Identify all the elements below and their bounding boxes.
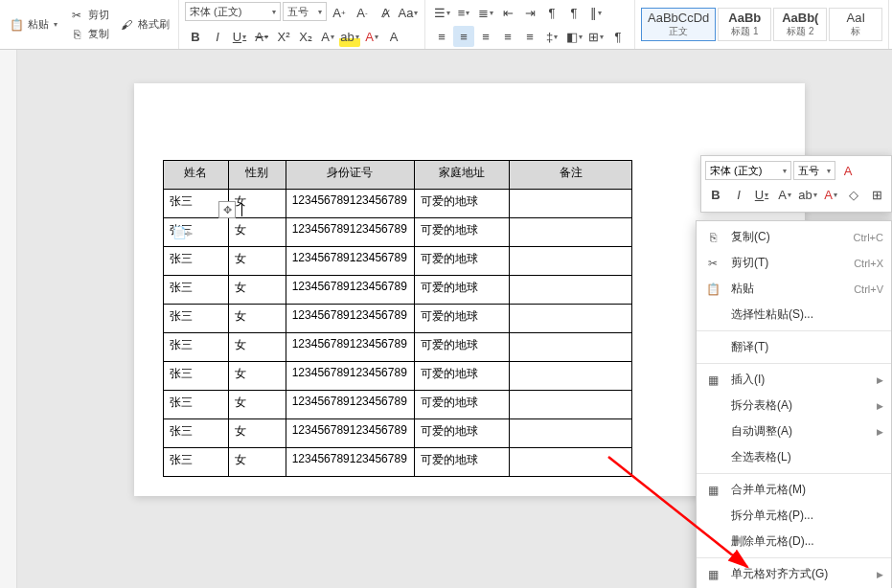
align-justify-button[interactable]: ≡ bbox=[497, 26, 518, 47]
align-center-button[interactable]: ≡ bbox=[453, 26, 474, 47]
table-cell[interactable]: 女 bbox=[228, 276, 286, 305]
table-cell[interactable] bbox=[510, 391, 632, 419]
style-item-2[interactable]: AaBb(标题 2 bbox=[773, 8, 827, 41]
table-cell[interactable]: 张三 bbox=[164, 247, 229, 276]
style-item-1[interactable]: AaBb标题 1 bbox=[718, 8, 771, 41]
shading-button[interactable]: ◧▾ bbox=[563, 26, 584, 47]
table-cell[interactable]: 女 bbox=[228, 362, 286, 391]
table-cell[interactable]: 123456789123456789 bbox=[286, 419, 414, 448]
multilevel-button[interactable]: ≣▾ bbox=[475, 2, 496, 23]
table-cell[interactable]: 女 bbox=[228, 448, 286, 477]
table-cell[interactable]: 女 bbox=[228, 247, 286, 276]
table-cell[interactable]: 可爱的地球 bbox=[414, 419, 510, 448]
table-row[interactable]: 张三女123456789123456789可爱的地球 bbox=[164, 276, 632, 305]
line-spacing-button[interactable]: ‡▾ bbox=[541, 26, 562, 47]
table-cell[interactable]: 张三 bbox=[164, 333, 229, 362]
table-cell[interactable]: 张三 bbox=[164, 276, 229, 305]
table-cell[interactable]: 123456789123456789 bbox=[286, 333, 414, 362]
menu-item[interactable]: ▦单元格对齐方式(G)▶ bbox=[697, 561, 891, 587]
show-marks-button[interactable]: ¶ bbox=[607, 26, 629, 47]
menu-item[interactable]: 📋粘贴Ctrl+V bbox=[697, 276, 891, 302]
mini-italic[interactable]: I bbox=[728, 184, 749, 205]
table-cell[interactable]: 可爱的地球 bbox=[414, 218, 510, 247]
table-cell[interactable]: 可爱的地球 bbox=[414, 391, 510, 419]
table-header[interactable]: 备注 bbox=[510, 161, 632, 190]
clear-format-button[interactable]: A̷ bbox=[375, 2, 396, 23]
table-cell[interactable]: 123456789123456789 bbox=[286, 448, 414, 477]
table-cell[interactable] bbox=[510, 333, 632, 362]
cut-button[interactable]: ✂剪切 bbox=[66, 7, 112, 24]
bold-button[interactable]: B bbox=[185, 26, 206, 47]
mini-color2[interactable]: A▾ bbox=[820, 184, 841, 205]
underline-button[interactable]: U▾ bbox=[229, 26, 250, 47]
subscript-button[interactable]: X₂ bbox=[295, 26, 316, 47]
table-cell[interactable] bbox=[510, 218, 632, 247]
table-cell[interactable]: 张三 bbox=[164, 305, 229, 333]
table-move-handle[interactable]: ✥ bbox=[218, 201, 236, 218]
menu-item[interactable]: 自动调整(A)▶ bbox=[697, 418, 891, 444]
mini-highlight[interactable]: ab▾ bbox=[797, 184, 818, 205]
char-border-button[interactable]: A bbox=[383, 26, 404, 47]
table-header[interactable]: 家庭地址 bbox=[414, 161, 510, 190]
table-cell[interactable]: 123456789123456789 bbox=[286, 247, 414, 276]
table-cell[interactable]: 女 bbox=[228, 190, 286, 218]
table-cell[interactable]: 女 bbox=[228, 218, 286, 247]
mini-font-color[interactable]: A bbox=[837, 160, 858, 181]
menu-item[interactable]: ✂剪切(T)Ctrl+X bbox=[697, 250, 891, 276]
mini-font-name[interactable]: 宋体 (正文)▾ bbox=[705, 161, 791, 180]
align-right-button[interactable]: ≡ bbox=[475, 26, 496, 47]
mini-underline[interactable]: U▾ bbox=[751, 184, 772, 205]
table-cell[interactable]: 123456789123456789 bbox=[286, 276, 414, 305]
table-row[interactable]: 张三女123456789123456789可爱的地球 bbox=[164, 247, 632, 276]
table-cell[interactable]: 张三 bbox=[164, 362, 229, 391]
table-cell[interactable]: 女 bbox=[228, 391, 286, 419]
table-cell[interactable]: 张三 bbox=[164, 419, 229, 448]
menu-item[interactable]: 拆分单元格(P)... bbox=[697, 503, 891, 529]
format-painter-button[interactable]: 🖌格式刷 bbox=[116, 16, 172, 34]
table-row[interactable]: 张三女123456789123456789可爱的地球 bbox=[164, 391, 632, 419]
style-item-0[interactable]: AaBbCcDd正文 bbox=[641, 8, 716, 41]
style-item-3[interactable]: AaI标 bbox=[829, 8, 882, 41]
table-cell[interactable]: 女 bbox=[228, 305, 286, 333]
change-case-button[interactable]: Aa▾ bbox=[398, 2, 419, 23]
table-row[interactable]: 张三女123456789123456789可爱的地球 bbox=[164, 362, 632, 391]
dec-indent-button[interactable]: ⇤ bbox=[497, 2, 518, 23]
table-cell[interactable]: 可爱的地球 bbox=[414, 276, 510, 305]
strike-button[interactable]: A▾ bbox=[251, 26, 272, 47]
table-header[interactable]: 姓名 bbox=[164, 161, 229, 190]
paste-button[interactable]: 📋 粘贴▾ bbox=[6, 16, 60, 34]
align-left-button[interactable]: ≡ bbox=[431, 26, 452, 47]
table-cell[interactable]: 123456789123456789 bbox=[286, 190, 414, 218]
mini-clear[interactable]: ◇ bbox=[843, 184, 864, 205]
table-header[interactable]: 身份证号 bbox=[286, 161, 414, 190]
mini-borders[interactable]: ⊞ bbox=[866, 184, 887, 205]
table-cell[interactable]: 123456789123456789 bbox=[286, 362, 414, 391]
shrink-font-button[interactable]: A- bbox=[352, 2, 373, 23]
table-cell[interactable] bbox=[510, 419, 632, 448]
menu-item[interactable]: 删除单元格(D)... bbox=[697, 529, 891, 554]
table-cell[interactable]: 张三 bbox=[164, 391, 229, 419]
table-cell[interactable]: 可爱的地球 bbox=[414, 448, 510, 477]
table-row[interactable]: 张三女123456789123456789可爱的地球 bbox=[164, 305, 632, 333]
table-cell[interactable]: 可爱的地球 bbox=[414, 190, 510, 218]
table-cell[interactable]: 可爱的地球 bbox=[414, 362, 510, 391]
menu-item[interactable]: 拆分表格(A)▶ bbox=[697, 393, 891, 418]
table-cell[interactable] bbox=[510, 190, 632, 218]
menu-item[interactable]: 全选表格(L) bbox=[697, 444, 891, 470]
mini-strike[interactable]: A▾ bbox=[774, 184, 795, 205]
font-color-button[interactable]: A▾ bbox=[361, 26, 382, 47]
font-size-select[interactable]: 五号▾ bbox=[283, 2, 327, 21]
table-cell[interactable]: 可爱的地球 bbox=[414, 333, 510, 362]
table-cell[interactable] bbox=[510, 276, 632, 305]
bullets-button[interactable]: ☰▾ bbox=[431, 2, 452, 23]
table-cell[interactable]: 123456789123456789 bbox=[286, 305, 414, 333]
superscript-button[interactable]: X² bbox=[273, 26, 294, 47]
font-name-select[interactable]: 宋体 (正文)▾ bbox=[185, 2, 281, 21]
menu-item[interactable]: ▦插入(I)▶ bbox=[697, 367, 891, 393]
table-row[interactable]: 张三女123456789123456789可爱的地球 bbox=[164, 218, 632, 247]
table-cell[interactable]: 女 bbox=[228, 419, 286, 448]
table-cell[interactable] bbox=[510, 362, 632, 391]
table-row[interactable]: 张三女123456789123456789可爱的地球 bbox=[164, 419, 632, 448]
table-cell[interactable] bbox=[510, 305, 632, 333]
mini-font-size[interactable]: 五号▾ bbox=[793, 161, 835, 180]
